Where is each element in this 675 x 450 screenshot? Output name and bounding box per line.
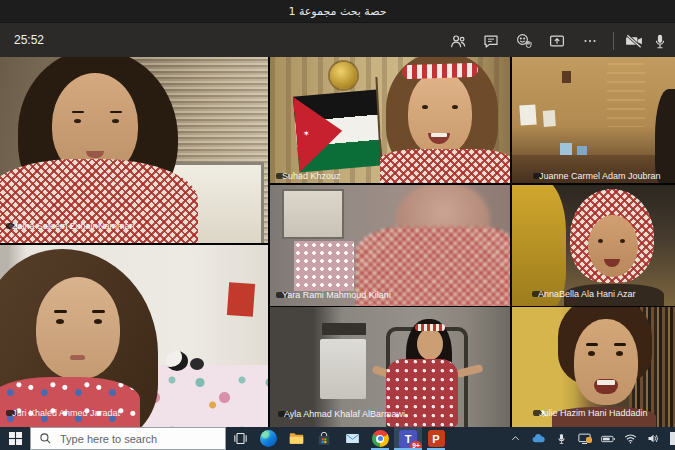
volume-tray-button[interactable] xyxy=(645,431,662,446)
search-input[interactable] xyxy=(58,432,212,446)
video-tile-juri[interactable]: Juri Khaled Ahmed Jaradat xyxy=(0,245,268,427)
display-share-tray-button[interactable] xyxy=(576,431,593,446)
microphone-toggle-button[interactable] xyxy=(648,26,672,56)
eye xyxy=(620,239,625,243)
participant-name: Juri Khaled Ahmed Jaradat xyxy=(12,409,120,418)
camera-off-icon xyxy=(624,31,644,51)
taskbar-search-box[interactable] xyxy=(30,427,226,450)
start-button[interactable] xyxy=(0,427,30,450)
more-options-button[interactable] xyxy=(574,26,605,56)
participant-name: Ayla Ahmad Khalaf AlBarmawi xyxy=(284,410,405,419)
participant-name: Zaina Saleem Zuhair Nammari xyxy=(12,222,135,231)
clipped-tray-icon xyxy=(670,432,675,445)
striped-headband xyxy=(415,324,445,331)
wall-ornament xyxy=(562,71,571,83)
pink-bedding xyxy=(294,241,354,291)
teams-icon: 9+ xyxy=(399,430,417,448)
mail-button[interactable] xyxy=(338,427,366,450)
participant-name: Yara Rami Mahmoud Kilani xyxy=(282,291,391,300)
eye xyxy=(112,119,119,123)
video-tile-zaina[interactable]: Zaina Saleem Zuhair Nammari xyxy=(0,57,268,243)
participant-name: AnnaBella Ala Hani Azar xyxy=(538,290,636,299)
onedrive-tray-button[interactable] xyxy=(530,431,547,446)
microsoft-store-button[interactable] xyxy=(310,427,338,450)
participant-face xyxy=(36,277,120,379)
teeth xyxy=(431,133,447,137)
participant-name-label: Zaina Saleem Zuhair Nammari xyxy=(6,223,18,229)
eyebrow xyxy=(92,310,105,313)
share-screen-button[interactable] xyxy=(541,26,572,56)
participant-name-label: Juri Khaled Ahmed Jaradat xyxy=(6,410,18,416)
panda-plush xyxy=(166,351,188,371)
mail-icon xyxy=(344,430,361,447)
meeting-title-bar: حصة بحث مجموعة 1 xyxy=(0,0,675,22)
powerpoint-icon xyxy=(428,430,445,447)
search-icon xyxy=(39,432,52,445)
wall-papers xyxy=(519,104,536,125)
wall-tapestry xyxy=(607,63,645,127)
eyebrow xyxy=(72,111,84,113)
teams-button[interactable]: 9+ xyxy=(394,427,422,450)
system-tray xyxy=(507,427,675,450)
teams-meeting-window: حصة بحث مجموعة 1 25:52 xyxy=(0,0,675,450)
windows-taskbar: 9+ xyxy=(0,427,675,450)
call-duration: 25:52 xyxy=(14,23,44,58)
jordan-flag xyxy=(293,89,383,172)
eyebrow xyxy=(614,343,626,346)
eye xyxy=(94,319,102,324)
chat-button[interactable] xyxy=(475,26,506,56)
eye xyxy=(588,351,595,356)
windows-logo-icon xyxy=(9,432,22,445)
muted-mic-icon xyxy=(12,222,21,231)
onedrive-cloud-icon xyxy=(531,431,546,446)
video-tile-julie[interactable]: Julie Hazim Hani Haddadin xyxy=(512,307,675,427)
participant-name-label: Suhad Khzouz xyxy=(276,173,288,179)
microphone-icon xyxy=(651,32,669,50)
video-tile-annabella[interactable]: AnnaBella Ala Hani Azar xyxy=(512,185,675,306)
chat-icon xyxy=(482,32,500,50)
video-tile-juanne[interactable]: Juanne Carmel Adam Joubran xyxy=(512,57,675,183)
participant-name-label: Yara Rami Mahmoud Kilani xyxy=(276,292,288,298)
volume-icon xyxy=(646,431,661,446)
participant-name: Julie Hazim Hani Haddadin xyxy=(539,409,648,418)
edge-icon xyxy=(260,430,277,447)
task-view-button[interactable] xyxy=(226,427,254,450)
eye xyxy=(422,105,428,109)
eye xyxy=(74,119,81,123)
edge-button[interactable] xyxy=(254,427,282,450)
hidden-icons-button[interactable] xyxy=(507,433,524,444)
participant-name-label: Ayla Ahmad Khalaf AlBarmawi xyxy=(278,411,290,417)
teeth xyxy=(597,380,615,385)
wifi-tray-button[interactable] xyxy=(622,431,639,446)
mouth xyxy=(70,355,85,360)
reactions-button[interactable] xyxy=(508,26,539,56)
raised-arm xyxy=(512,185,566,306)
raise-hand-reactions-icon xyxy=(515,32,533,50)
powerpoint-button[interactable] xyxy=(422,427,450,450)
video-tile-yara[interactable]: Yara Rami Mahmoud Kilani xyxy=(270,185,510,306)
call-controls xyxy=(441,23,673,58)
keffiyeh-scarf xyxy=(380,149,510,183)
participant-face xyxy=(417,328,443,360)
more-options-icon xyxy=(581,32,599,50)
participants-button[interactable] xyxy=(442,26,473,56)
wall-shelf xyxy=(322,323,366,335)
camera-toggle-button[interactable] xyxy=(622,26,646,56)
microphone-tray-button[interactable] xyxy=(553,432,570,445)
video-tile-suhad[interactable]: Suhad Khzouz xyxy=(270,57,510,183)
participant-name-label: AnnaBella Ala Hani Azar xyxy=(532,291,544,297)
file-explorer-button[interactable] xyxy=(282,427,310,450)
eye xyxy=(56,319,64,324)
participant-name: Juanne Carmel Adam Joubran xyxy=(539,172,661,181)
participant-name-label: Juanne Carmel Adam Joubran xyxy=(533,173,545,179)
wifi-icon xyxy=(623,431,638,446)
video-tile-ayla[interactable]: Ayla Ahmad Khalaf AlBarmawi xyxy=(270,307,510,427)
chrome-button[interactable] xyxy=(366,427,394,450)
red-paper-on-wall xyxy=(227,282,255,317)
participant-name-label: Julie Hazim Hani Haddadin xyxy=(533,410,545,416)
notification-dot xyxy=(586,437,592,443)
eye xyxy=(616,351,623,356)
meeting-title: حصة بحث مجموعة 1 xyxy=(288,5,386,18)
eyebrow xyxy=(110,111,122,113)
battery-tray-button[interactable] xyxy=(599,431,616,447)
